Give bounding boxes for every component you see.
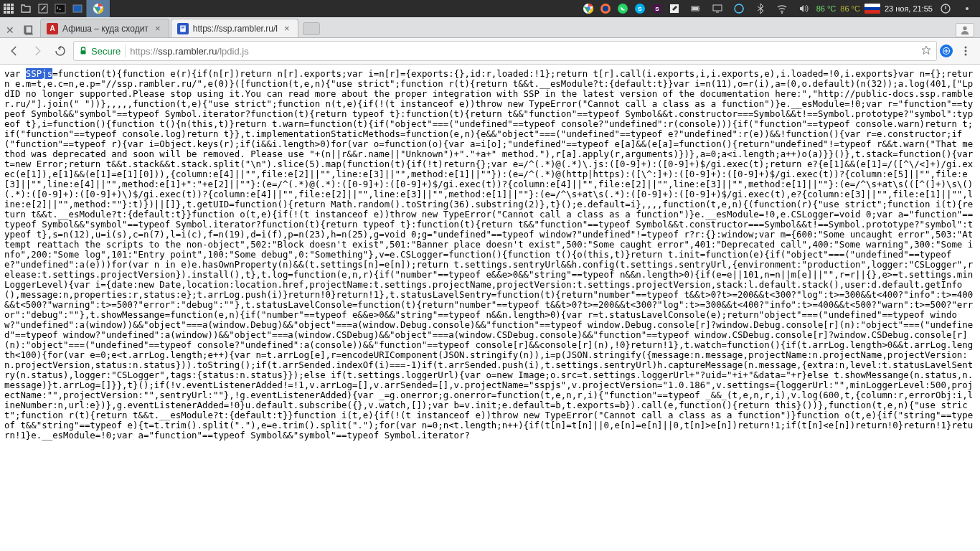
svg-point-32 [963, 27, 966, 30]
clock: 23 ноя, 21:55 [885, 4, 933, 13]
tray-chrome-icon[interactable] [580, 0, 597, 17]
cpu-temp-1: 86 °C [816, 4, 837, 13]
chrome-menu-button[interactable] [956, 41, 976, 61]
file-manager-icon[interactable] [17, 0, 34, 17]
new-tab-button[interactable] [303, 22, 320, 35]
taskbar-right: 86 °C 86 °C 23 ноя, 21:55 [666, 0, 980, 17]
svg-rect-5 [11, 7, 14, 10]
tray-firefox-icon[interactable] [597, 0, 614, 17]
svg-rect-0 [4, 4, 6, 6]
profile-button[interactable] [956, 23, 974, 37]
minimized-window-icon[interactable] [69, 0, 86, 17]
tab-close-icon[interactable]: × [153, 24, 163, 34]
volume-tray-icon[interactable] [795, 0, 812, 17]
browser-tab-0[interactable]: А Афиша – куда сходит × [40, 19, 169, 37]
svg-rect-33 [81, 50, 86, 54]
svg-rect-26 [692, 7, 698, 10]
svg-rect-8 [11, 11, 14, 14]
taskbar-chrome-icon[interactable] [86, 0, 110, 17]
tray-skype-icon[interactable]: S [631, 0, 649, 17]
system-taskbar: S S 86 °C 86 °C 23 ноя, 21:55 [0, 0, 980, 17]
lock-icon [78, 46, 88, 56]
tab-title: https://ssp.rambler.ru/l [193, 24, 278, 34]
svg-rect-6 [4, 11, 6, 14]
svg-text:S: S [638, 6, 642, 12]
taskbar-left [0, 0, 110, 17]
svg-rect-11 [73, 5, 82, 12]
window-restore-icon[interactable] [22, 23, 36, 37]
browser-chrome: ✕ А Афиша – куда сходит × https://ssp.ra… [0, 17, 980, 65]
display-tray-icon[interactable] [709, 0, 726, 17]
tray-slack-icon[interactable]: S [649, 0, 666, 17]
svg-text:S: S [655, 6, 659, 12]
reload-button[interactable] [50, 41, 70, 61]
browser-toolbar: Secure https://ssp.rambler.ru/lpdid.js [0, 37, 980, 65]
window-close-icon[interactable]: ✕ [3, 23, 17, 37]
page-source-view[interactable]: var SSPjs=function(t){function e(r){if(n… [0, 65, 980, 551]
notes-tray-icon[interactable] [666, 0, 683, 17]
tab-close-icon[interactable]: × [282, 24, 292, 34]
swirl-tray-icon[interactable] [730, 0, 748, 17]
cpu-temp-2: 86 °C [840, 4, 860, 13]
power-tray-icon[interactable] [937, 0, 954, 17]
bluetooth-tray-icon[interactable] [752, 0, 769, 17]
menu-icon[interactable] [0, 0, 17, 17]
svg-point-31 [966, 7, 969, 10]
svg-point-29 [781, 12, 783, 14]
svg-rect-25 [699, 8, 699, 9]
extension-icon[interactable] [940, 44, 953, 57]
browser-tab-1[interactable]: https://ssp.rambler.ru/l × [171, 19, 298, 37]
address-bar[interactable]: Secure https://ssp.rambler.ru/lpdid.js [73, 41, 937, 61]
session-tray-icon[interactable] [958, 0, 976, 17]
bookmark-star-icon[interactable] [920, 44, 932, 58]
svg-point-17 [603, 6, 608, 11]
svg-point-18 [618, 4, 628, 14]
selected-text: SSPjs [26, 68, 52, 79]
favicon-icon: А [47, 23, 58, 34]
tab-title: Афиша – куда сходит [62, 24, 149, 34]
separator [125, 44, 126, 57]
svg-point-35 [965, 47, 967, 49]
svg-point-36 [965, 50, 967, 52]
back-button[interactable] [4, 41, 24, 61]
svg-rect-27 [713, 5, 722, 11]
svg-rect-2 [11, 4, 14, 6]
tab-strip: ✕ А Афиша – куда сходит × https://ssp.ra… [0, 17, 980, 37]
svg-point-37 [965, 54, 967, 56]
wifi-tray-icon[interactable] [773, 0, 791, 17]
forward-button[interactable] [27, 41, 47, 61]
svg-rect-4 [7, 7, 10, 10]
tray-whatsapp-icon[interactable] [614, 0, 631, 17]
battery-tray-icon[interactable] [687, 0, 705, 17]
svg-rect-1 [7, 4, 10, 6]
terminal-icon[interactable] [52, 0, 69, 17]
url-text: https://ssp.rambler.ru/lpdid.js [130, 46, 248, 57]
svg-rect-10 [55, 4, 65, 13]
favicon-icon [177, 23, 189, 34]
secure-badge[interactable]: Secure [78, 46, 121, 57]
svg-rect-7 [7, 11, 10, 14]
editor-icon[interactable] [34, 0, 52, 17]
svg-rect-3 [4, 7, 6, 10]
secure-label: Secure [91, 46, 121, 57]
keyboard-layout-flag[interactable] [864, 4, 880, 14]
